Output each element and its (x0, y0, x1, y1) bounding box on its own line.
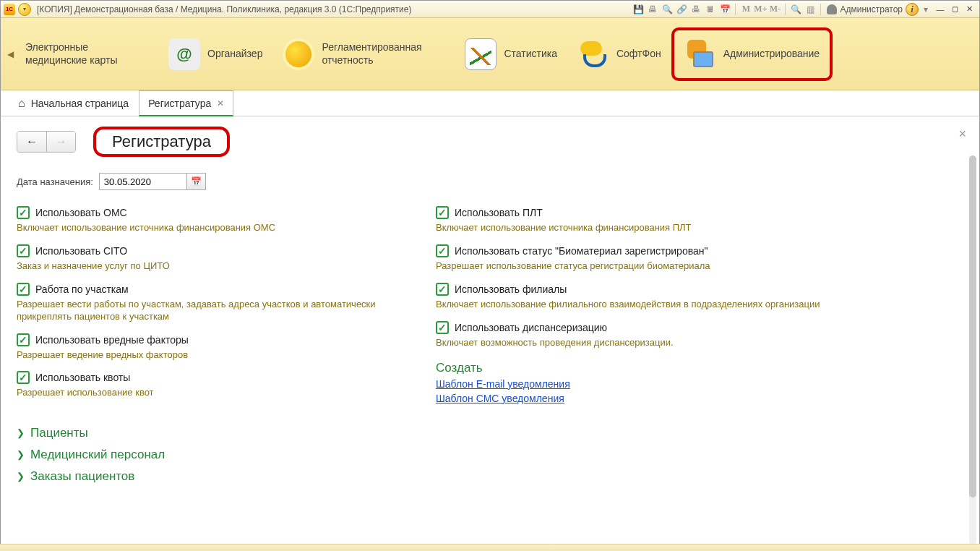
chevron-right-icon: ❯ (17, 471, 25, 482)
nav-label: Статистика (504, 48, 557, 61)
tab-close-icon[interactable]: ✕ (217, 98, 224, 108)
administration-icon (684, 38, 716, 70)
checkbox-districts[interactable]: ✓ (17, 283, 30, 296)
date-picker-icon[interactable]: 📅 (186, 174, 205, 189)
option-label: Работа по участкам (35, 283, 129, 295)
checkbox-cito[interactable]: ✓ (17, 244, 30, 257)
expanders: ❯ Пациенты ❯ Медицинский персонал ❯ Зака… (17, 426, 963, 484)
tab-registry-label: Регистратура (148, 98, 211, 109)
current-user[interactable]: Администратор (827, 4, 903, 14)
softphone-icon (577, 38, 609, 70)
nav-item-administration[interactable]: Администрирование (671, 27, 833, 81)
checkbox-plt[interactable]: ✓ (436, 206, 449, 219)
nav-item-statistics[interactable]: Статистика (455, 27, 567, 81)
tab-registry[interactable]: Регистратура ✕ (139, 90, 233, 116)
reports-icon (283, 38, 314, 70)
checkbox-quotas[interactable]: ✓ (17, 371, 30, 384)
zoom-icon[interactable]: 🔍 (789, 3, 802, 16)
info-icon[interactable]: i (906, 3, 919, 16)
chevron-right-icon: ❯ (17, 449, 25, 460)
option-label: Использовать ОМС (35, 207, 127, 218)
content-close-button[interactable]: × (958, 127, 966, 142)
option-branches: ✓Использовать филиалы Включает использов… (436, 283, 826, 311)
m-button[interactable]: M (739, 3, 752, 16)
section-navbar: ◀ Электронные медицинские карты Органайз… (1, 18, 979, 90)
checkbox-harmful-factors[interactable]: ✓ (17, 333, 30, 346)
toolbar-separator (820, 4, 821, 15)
nav-label: Электронные медицинские карты (25, 41, 148, 67)
nav-label: Органайзер (207, 48, 262, 61)
toolbar-separator (735, 4, 736, 15)
option-biomaterial: ✓Использовать статус "Биоматериал зареги… (436, 244, 826, 273)
option-desc: Разрешает использование статуса регистра… (436, 260, 826, 273)
content-area: ← → Регистратура × Дата назначения: 📅 ✓И… (1, 116, 979, 551)
save-icon[interactable]: 💾 (632, 3, 645, 16)
statistics-icon (465, 38, 497, 70)
toolbar-separator (785, 4, 786, 15)
expander-patients[interactable]: ❯ Пациенты (17, 426, 963, 440)
expander-medstaff[interactable]: ❯ Медицинский персонал (17, 448, 963, 462)
page-title: Регистратура (112, 132, 211, 150)
option-label: Использовать вредные факторы (35, 334, 189, 346)
link-email-template[interactable]: Шаблон E-mail уведомления (436, 378, 826, 390)
nav-scroll-left-icon[interactable]: ◀ (5, 25, 15, 83)
link-icon[interactable]: 🔗 (675, 3, 688, 16)
date-field-wrap: 📅 (99, 173, 206, 190)
option-desc: Разрешает использование квот (17, 387, 407, 399)
expander-orders[interactable]: ❯ Заказы пациентов (17, 469, 963, 484)
date-input[interactable] (100, 174, 186, 189)
nav-label: СофтФон (616, 48, 661, 61)
expander-label: Медицинский персонал (30, 448, 165, 462)
option-harmful-factors: ✓Использовать вредные факторы Разрешает … (17, 333, 407, 362)
calculator-icon[interactable]: 🖩 (704, 3, 717, 16)
option-label: Использовать филиалы (455, 283, 567, 295)
window-minimize-button[interactable]: — (933, 4, 947, 15)
user-name-label: Администратор (840, 4, 903, 14)
nav-item-emr[interactable]: Электронные медицинские карты (15, 27, 158, 81)
create-section: Создать Шаблон E-mail уведомления Шаблон… (436, 359, 826, 407)
nav-item-reports[interactable]: Регламентированная отчетность (272, 27, 455, 81)
app-menu-dropdown[interactable]: ▾ (18, 3, 31, 16)
create-heading: Создать (436, 361, 826, 375)
option-oms: ✓Использовать ОМС Включает использование… (17, 206, 407, 234)
window-maximize-button[interactable]: ◻ (947, 4, 962, 15)
preview-icon[interactable]: 🔍 (661, 3, 674, 16)
info-dropdown-icon[interactable]: ▾ (919, 3, 932, 16)
link-sms-template[interactable]: Шаблон СМС уведомления (436, 393, 826, 404)
checkbox-dispanser[interactable]: ✓ (436, 321, 449, 334)
user-icon (827, 4, 837, 14)
expander-label: Заказы пациентов (30, 469, 134, 484)
checkbox-branches[interactable]: ✓ (436, 283, 449, 296)
forward-button[interactable]: → (46, 132, 75, 152)
titlebar: 1C ▾ [КОПИЯ] Демонстрационная база / Мед… (1, 1, 979, 18)
option-label: Использовать CITO (35, 245, 127, 257)
option-desc: Включает использование источника финанси… (436, 222, 826, 234)
scrollbar-thumb[interactable] (969, 155, 976, 497)
tab-home-label: Начальная страница (31, 98, 129, 109)
vertical-scrollbar[interactable] (969, 155, 976, 544)
option-label: Использовать квоты (35, 372, 130, 383)
options-column-left: ✓Использовать ОМС Включает использование… (17, 206, 407, 407)
nav-item-softphone[interactable]: СофтФон (567, 27, 671, 81)
window-close-button[interactable]: ✕ (962, 4, 976, 15)
option-desc: Включает использование источника финанси… (17, 222, 407, 234)
print-icon[interactable]: 🖶 (646, 3, 659, 16)
print2-icon[interactable]: 🖶 (689, 3, 702, 16)
option-desc: Заказ и назначение услуг по ЦИТО (17, 260, 407, 273)
page-title-highlight: Регистратура (93, 127, 230, 157)
option-cito: ✓Использовать CITO Заказ и назначение ус… (17, 244, 407, 273)
m-plus-button[interactable]: M+ (754, 3, 767, 16)
m-minus-button[interactable]: M- (768, 3, 781, 16)
checkbox-oms[interactable]: ✓ (17, 206, 30, 219)
panels-icon[interactable]: ▥ (804, 3, 817, 16)
nav-label: Регламентированная отчетность (322, 41, 444, 67)
back-button[interactable]: ← (17, 132, 46, 152)
tab-home[interactable]: ⌂ Начальная страница (8, 90, 139, 116)
checkbox-biomaterial[interactable]: ✓ (436, 244, 449, 257)
date-label: Дата назначения: (17, 176, 93, 187)
nav-item-organizer[interactable]: Органайзер (158, 27, 272, 81)
option-quotas: ✓Использовать квоты Разрешает использова… (17, 371, 407, 399)
statusbar (0, 544, 980, 551)
chevron-right-icon: ❯ (17, 427, 25, 438)
calendar-icon[interactable]: 📅 (718, 3, 731, 16)
